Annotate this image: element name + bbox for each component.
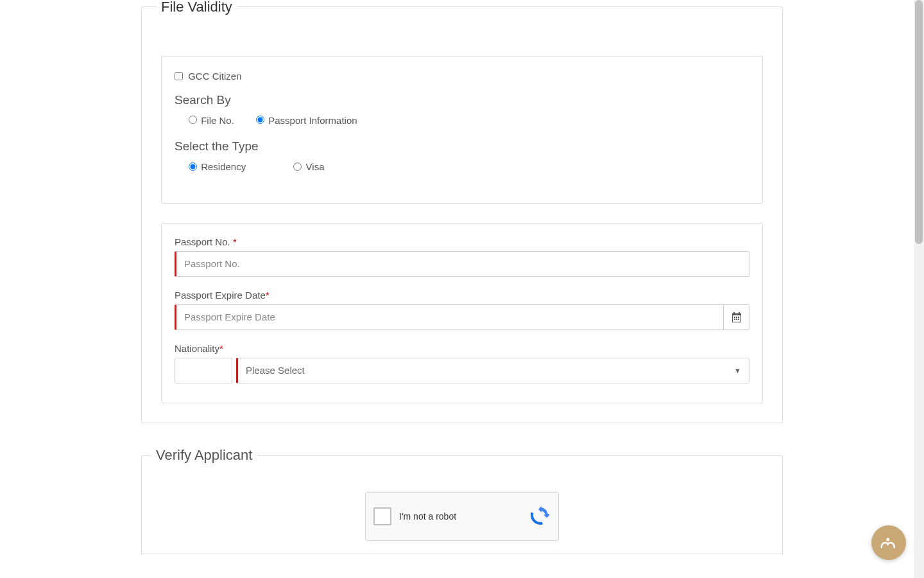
- passport-info-label[interactable]: Passport Information: [268, 114, 357, 125]
- select-type-heading: Select the Type: [175, 139, 749, 153]
- file-validity-fieldset: File Validity GCC Citizen Search By File…: [141, 6, 783, 423]
- passport-info-radio[interactable]: [256, 116, 264, 124]
- recaptcha-text: I'm not a robot: [399, 511, 456, 521]
- verify-applicant-legend: Verify Applicant: [151, 447, 257, 464]
- gcc-citizen-row: GCC Citizen: [175, 69, 749, 82]
- visa-radio[interactable]: [293, 162, 302, 171]
- search-by-radio-group: File No. Passport Information: [189, 114, 749, 126]
- passport-expire-label-text: Passport Expire Date: [175, 290, 266, 301]
- passport-no-input[interactable]: [175, 251, 749, 277]
- residency-label[interactable]: Residency: [201, 161, 246, 172]
- recaptcha-checkbox[interactable]: [373, 507, 391, 525]
- nationality-code-input[interactable]: [175, 358, 232, 383]
- nationality-select-placeholder: Please Select: [246, 365, 305, 376]
- recaptcha-widget: I'm not a robot: [365, 492, 559, 541]
- passport-expire-group: Passport Expire Date*: [175, 290, 749, 330]
- verify-applicant-fieldset: Verify Applicant I'm not a robot: [141, 455, 783, 554]
- search-options-box: GCC Citizen Search By File No. Passport …: [161, 56, 763, 204]
- required-mark: *: [266, 290, 270, 301]
- required-mark: *: [233, 236, 237, 247]
- chat-fab-button[interactable]: [871, 525, 906, 560]
- nationality-group: Nationality* Please Select ▼: [175, 343, 749, 383]
- calendar-button[interactable]: [724, 304, 749, 330]
- gcc-citizen-label[interactable]: GCC Citizen: [188, 71, 241, 82]
- scrollbar-track: [914, 0, 924, 578]
- gcc-citizen-checkbox[interactable]: [175, 72, 183, 80]
- chevron-down-icon: ▼: [734, 367, 741, 374]
- visa-label[interactable]: Visa: [306, 161, 325, 172]
- passport-no-label-text: Passport No.: [175, 236, 233, 247]
- chat-icon: [879, 533, 898, 552]
- select-type-radio-group: Residency Visa: [189, 160, 749, 172]
- passport-no-group: Passport No. *: [175, 236, 749, 277]
- passport-expire-input[interactable]: [175, 304, 724, 330]
- nationality-select[interactable]: Please Select ▼: [236, 358, 749, 383]
- file-no-label[interactable]: File No.: [201, 114, 234, 125]
- scrollbar-thumb[interactable]: [915, 0, 923, 244]
- passport-no-label: Passport No. *: [175, 236, 749, 247]
- svg-point-0: [887, 539, 889, 541]
- file-no-radio[interactable]: [189, 116, 197, 124]
- passport-expire-label: Passport Expire Date*: [175, 290, 749, 301]
- passport-fields-box: Passport No. * Passport Expire Date*: [161, 223, 763, 403]
- search-by-heading: Search By: [175, 93, 749, 107]
- required-mark: *: [219, 343, 223, 354]
- file-validity-legend: File Validity: [156, 0, 237, 15]
- recaptcha-icon: [530, 505, 551, 525]
- nationality-label: Nationality*: [175, 343, 749, 354]
- nationality-label-text: Nationality: [175, 343, 219, 354]
- residency-radio[interactable]: [189, 162, 197, 171]
- calendar-icon: [732, 312, 742, 322]
